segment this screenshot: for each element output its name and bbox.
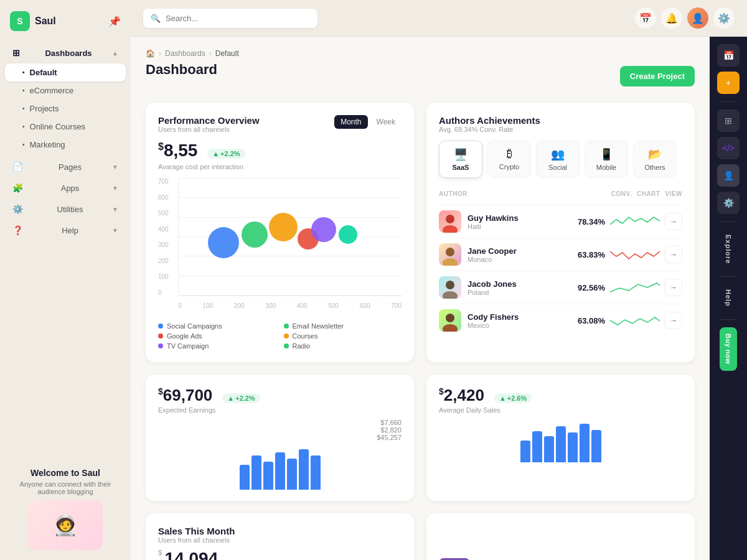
topbar-right: 📅 🔔 👤 ⚙️ (635, 7, 735, 29)
right-calendar-icon[interactable]: 📅 (717, 44, 740, 67)
view-button-2[interactable]: → (665, 246, 682, 263)
daily-badge: ▲ +2.6% (494, 393, 532, 403)
sidebar-item-apps-label: Apps (61, 184, 80, 193)
mini-chart-3 (610, 278, 660, 297)
author-details-4: Cody Fishers Mexico (467, 312, 519, 329)
breadcrumb-dashboards[interactable]: Dashboards (165, 49, 205, 58)
view-button-1[interactable]: → (665, 213, 682, 230)
view-button-4[interactable]: → (665, 312, 682, 329)
period-tabs: Month Week (334, 115, 402, 129)
author-details-3: Jacob Jones Poland (467, 279, 517, 296)
author-conv-3: 92.56% (578, 283, 605, 292)
cat-tab-crypto[interactable]: ₿ Crypto (487, 141, 531, 178)
tab-month[interactable]: Month (334, 115, 367, 129)
author-info-1: Guy Hawkins Haiti (439, 210, 573, 233)
sidebar-footer: Welcome to Saul Anyone can connect with … (0, 458, 131, 560)
cat-tab-saas[interactable]: 🖥️ SaaS (439, 141, 482, 178)
legend-tv: TV Campaign (158, 342, 276, 350)
author-info-4: Cody Fishers Mexico (439, 309, 573, 332)
cat-tab-others[interactable]: 📂 Others (633, 141, 677, 178)
tab-week[interactable]: Week (370, 115, 402, 129)
sales-main-value: 14,094 (165, 549, 218, 560)
author-details-2: Jane Cooper Monaco (467, 246, 517, 263)
bubble-courses (311, 217, 336, 242)
table-row: Jane Cooper Monaco 63.83% → (439, 238, 682, 271)
social-label: Social (548, 164, 567, 171)
right-user-icon[interactable]: 👤 (717, 164, 740, 187)
chevron-down-icon-help: ▼ (112, 227, 118, 234)
author-country-2: Monaco (467, 256, 517, 263)
mini-chart-1 (610, 212, 660, 231)
svg-point-4 (446, 281, 454, 289)
author-avatar-4 (439, 309, 461, 332)
buy-now-button[interactable]: Buy now (720, 327, 737, 370)
svg-point-2 (446, 248, 454, 256)
mobile-label: Mobile (596, 164, 616, 171)
legend-radio: Radio (284, 342, 402, 350)
sidebar-item-ecommerce[interactable]: eCommerce (5, 82, 126, 100)
create-project-button[interactable]: Create Project (620, 66, 695, 86)
help-label[interactable]: Help (725, 284, 732, 312)
others-label: Others (644, 164, 665, 171)
perf-title-group: Performance Overview Users from all chan… (158, 115, 260, 133)
sidebar-item-pages[interactable]: 📄 Pages ▼ (5, 156, 126, 177)
calendar-icon[interactable]: 📅 (635, 7, 656, 29)
right-settings-icon[interactable]: ⚙️ (717, 192, 740, 214)
settings-icon[interactable]: ⚙️ (713, 7, 735, 29)
sidebar-item-apps[interactable]: 🧩 Apps ▼ (5, 177, 126, 198)
bottom-cards: $69,700 ▲ +2.2% Expected Earnings $7,660… (146, 375, 695, 560)
cat-tab-mobile[interactable]: 📱 Mobile (585, 141, 628, 178)
divider-1 (719, 101, 738, 102)
sidebar-item-utilities[interactable]: ⚙️ Utilities ▼ (5, 198, 126, 220)
author-details-1: Guy Hawkins Haiti (467, 213, 519, 230)
bubble-email (242, 222, 268, 248)
pin-icon[interactable]: 📌 (108, 16, 121, 27)
metric-desc: Avarage cost per interaction (158, 163, 402, 170)
sidebar-item-online-courses[interactable]: Online Courses (5, 118, 126, 136)
notifications-icon[interactable]: 🔔 (661, 7, 682, 29)
search-box[interactable]: 🔍 (143, 9, 317, 28)
explore-label[interactable]: Explore (725, 230, 732, 269)
cat-tab-social[interactable]: 👥 Social (536, 141, 580, 178)
sidebar-item-projects[interactable]: Projects (5, 100, 126, 118)
dashboard-grid: Performance Overview Users from all chan… (146, 103, 695, 362)
legend-dot-radio (284, 343, 289, 348)
bubble-social (208, 227, 239, 258)
table-header: AUTHOR CONV. CHART VIEW (439, 188, 682, 200)
authors-achievements-card: Authors Achievements Avg. 69.34% Conv. R… (426, 103, 695, 362)
saas-label: SaaS (453, 164, 469, 171)
author-conv-2: 63.83% (578, 250, 605, 259)
sidebar-item-default[interactable]: Default (5, 63, 126, 82)
right-plus-icon[interactable]: + (717, 72, 740, 94)
sidebar-item-dashboards[interactable]: ⊞ Dashboards ▲ (5, 42, 126, 63)
right-code-icon[interactable]: </> (717, 137, 740, 159)
auth-title: Authors Achievements (439, 115, 682, 126)
legend-label-email: Email Newsletter (293, 322, 344, 330)
main-content: 🔍 📅 🔔 👤 ⚙️ 🏠 › Dashboards › Default Dash… (131, 0, 747, 560)
search-input[interactable] (166, 14, 310, 23)
th-chart: CHART (637, 190, 660, 197)
authors-table: AUTHOR CONV. CHART VIEW (439, 188, 682, 337)
legend-social: Social Campaigns (158, 322, 276, 330)
legend-dot-social (158, 324, 163, 329)
earnings-badge: ▲ +2.2% (222, 393, 260, 403)
right-grid-icon[interactable]: ⊞ (717, 110, 740, 132)
author-avatar-2 (439, 243, 461, 266)
page-main: 🏠 › Dashboards › Default Dashboard Creat… (131, 37, 710, 560)
author-name-1: Guy Hawkins (467, 213, 519, 223)
sidebar-item-help-label: Help (62, 226, 78, 235)
view-button-3[interactable]: → (665, 279, 682, 296)
sales-this-month-card: Sales This Month Users from all channels… (146, 513, 414, 560)
auth-header: Authors Achievements Avg. 69.34% Conv. R… (439, 115, 682, 133)
author-country-4: Mexico (467, 322, 519, 329)
perf-header: Performance Overview Users from all chan… (158, 115, 402, 133)
breadcrumb-current: Default (215, 49, 239, 58)
apps-icon: 🧩 (12, 183, 23, 193)
sidebar-item-help[interactable]: ❓ Help ▼ (5, 220, 126, 241)
sidebar-item-marketing[interactable]: Marketing (5, 136, 126, 154)
bubble-google (269, 213, 298, 241)
user-avatar[interactable]: 👤 (687, 7, 708, 29)
author-info-2: Jane Cooper Monaco (439, 243, 573, 266)
legend-dot-google (158, 334, 163, 338)
chevron-down-icon: ▼ (112, 164, 118, 170)
